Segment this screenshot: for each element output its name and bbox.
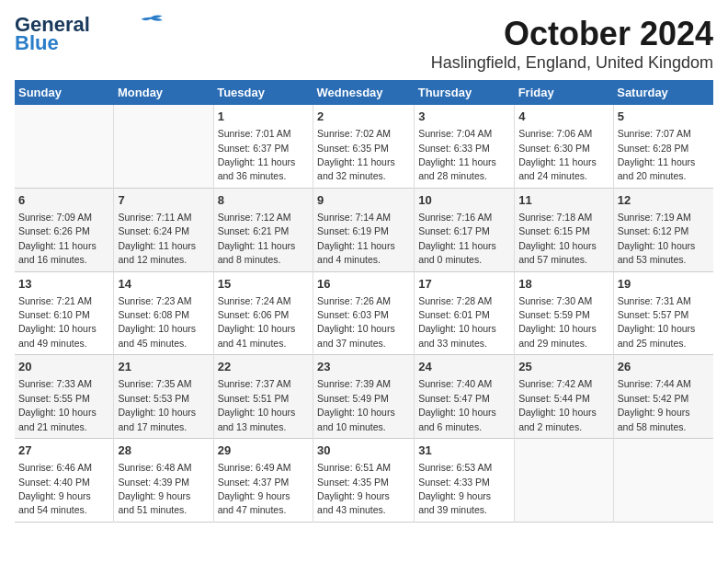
day-number: 26 bbox=[618, 359, 710, 375]
day-info: Sunrise: 7:18 AM Sunset: 6:15 PM Dayligh… bbox=[518, 212, 597, 265]
column-header-wednesday: Wednesday bbox=[313, 80, 415, 105]
calendar-cell: 4Sunrise: 7:06 AM Sunset: 6:30 PM Daylig… bbox=[515, 105, 614, 188]
calendar-cell: 31Sunrise: 6:53 AM Sunset: 4:33 PM Dayli… bbox=[415, 439, 515, 523]
day-info: Sunrise: 7:01 AM Sunset: 6:37 PM Dayligh… bbox=[218, 128, 296, 181]
day-info: Sunrise: 7:02 AM Sunset: 6:35 PM Dayligh… bbox=[317, 128, 395, 181]
calendar-cell: 8Sunrise: 7:12 AM Sunset: 6:21 PM Daylig… bbox=[213, 188, 313, 271]
calendar-cell: 9Sunrise: 7:14 AM Sunset: 6:19 PM Daylig… bbox=[313, 188, 415, 271]
day-info: Sunrise: 6:53 AM Sunset: 4:33 PM Dayligh… bbox=[418, 462, 492, 515]
day-number: 10 bbox=[418, 192, 510, 209]
calendar-cell: 3Sunrise: 7:04 AM Sunset: 6:33 PM Daylig… bbox=[415, 105, 515, 188]
calendar-cell bbox=[15, 105, 114, 188]
calendar-cell bbox=[613, 439, 713, 523]
day-info: Sunrise: 7:24 AM Sunset: 6:06 PM Dayligh… bbox=[218, 295, 296, 349]
calendar-cell: 26Sunrise: 7:44 AM Sunset: 5:42 PM Dayli… bbox=[613, 355, 713, 439]
day-number: 2 bbox=[317, 109, 410, 125]
day-number: 11 bbox=[518, 192, 609, 209]
day-info: Sunrise: 7:44 AM Sunset: 5:42 PM Dayligh… bbox=[618, 378, 691, 431]
day-number: 31 bbox=[418, 442, 510, 459]
column-header-sunday: Sunday bbox=[15, 80, 114, 105]
day-info: Sunrise: 6:48 AM Sunset: 4:39 PM Dayligh… bbox=[118, 462, 191, 515]
day-number: 14 bbox=[118, 276, 209, 293]
day-info: Sunrise: 7:16 AM Sunset: 6:17 PM Dayligh… bbox=[418, 212, 496, 265]
day-number: 28 bbox=[118, 442, 209, 459]
day-info: Sunrise: 7:42 AM Sunset: 5:44 PM Dayligh… bbox=[518, 378, 597, 431]
calendar-cell: 14Sunrise: 7:23 AM Sunset: 6:08 PM Dayli… bbox=[114, 271, 213, 355]
day-number: 20 bbox=[18, 359, 109, 375]
calendar-cell: 12Sunrise: 7:19 AM Sunset: 6:12 PM Dayli… bbox=[613, 188, 713, 271]
day-info: Sunrise: 7:11 AM Sunset: 6:24 PM Dayligh… bbox=[118, 212, 196, 265]
day-number: 3 bbox=[418, 109, 510, 125]
day-info: Sunrise: 7:07 AM Sunset: 6:28 PM Dayligh… bbox=[618, 128, 696, 181]
calendar-cell: 29Sunrise: 6:49 AM Sunset: 4:37 PM Dayli… bbox=[213, 439, 313, 523]
day-info: Sunrise: 7:12 AM Sunset: 6:21 PM Dayligh… bbox=[218, 212, 296, 265]
day-number: 29 bbox=[218, 442, 309, 459]
day-info: Sunrise: 7:09 AM Sunset: 6:26 PM Dayligh… bbox=[18, 212, 97, 265]
day-info: Sunrise: 7:04 AM Sunset: 6:33 PM Dayligh… bbox=[418, 128, 496, 181]
day-info: Sunrise: 7:19 AM Sunset: 6:12 PM Dayligh… bbox=[618, 212, 696, 265]
calendar-cell: 21Sunrise: 7:35 AM Sunset: 5:53 PM Dayli… bbox=[114, 355, 213, 439]
day-number: 24 bbox=[418, 359, 510, 375]
location-title: Haslingfield, England, United Kingdom bbox=[431, 53, 713, 73]
calendar-cell: 15Sunrise: 7:24 AM Sunset: 6:06 PM Dayli… bbox=[213, 271, 313, 355]
day-info: Sunrise: 7:26 AM Sunset: 6:03 PM Dayligh… bbox=[317, 295, 395, 349]
page-header: General Blue October 2024 Haslingfield, … bbox=[15, 15, 713, 73]
day-number: 9 bbox=[317, 192, 410, 209]
day-info: Sunrise: 7:28 AM Sunset: 6:01 PM Dayligh… bbox=[418, 295, 496, 349]
day-number: 1 bbox=[218, 109, 309, 125]
day-number: 19 bbox=[618, 276, 710, 293]
day-number: 18 bbox=[518, 276, 609, 293]
day-number: 13 bbox=[18, 276, 109, 293]
calendar-cell: 7Sunrise: 7:11 AM Sunset: 6:24 PM Daylig… bbox=[114, 188, 213, 271]
calendar-cell: 19Sunrise: 7:31 AM Sunset: 5:57 PM Dayli… bbox=[613, 271, 713, 355]
day-info: Sunrise: 6:46 AM Sunset: 4:40 PM Dayligh… bbox=[18, 462, 92, 515]
week-row-3: 13Sunrise: 7:21 AM Sunset: 6:10 PM Dayli… bbox=[15, 271, 713, 355]
calendar-cell: 11Sunrise: 7:18 AM Sunset: 6:15 PM Dayli… bbox=[515, 188, 614, 271]
calendar-cell: 13Sunrise: 7:21 AM Sunset: 6:10 PM Dayli… bbox=[15, 271, 114, 355]
logo-bird-icon bbox=[138, 13, 164, 31]
column-header-thursday: Thursday bbox=[415, 80, 515, 105]
calendar-table: SundayMondayTuesdayWednesdayThursdayFrid… bbox=[15, 80, 713, 523]
day-info: Sunrise: 7:39 AM Sunset: 5:49 PM Dayligh… bbox=[317, 378, 395, 431]
calendar-cell: 16Sunrise: 7:26 AM Sunset: 6:03 PM Dayli… bbox=[313, 271, 415, 355]
calendar-cell: 2Sunrise: 7:02 AM Sunset: 6:35 PM Daylig… bbox=[313, 105, 415, 188]
day-info: Sunrise: 7:35 AM Sunset: 5:53 PM Dayligh… bbox=[118, 378, 196, 431]
day-info: Sunrise: 7:23 AM Sunset: 6:08 PM Dayligh… bbox=[118, 295, 196, 349]
day-info: Sunrise: 7:40 AM Sunset: 5:47 PM Dayligh… bbox=[418, 378, 496, 431]
day-info: Sunrise: 7:14 AM Sunset: 6:19 PM Dayligh… bbox=[317, 212, 395, 265]
calendar-cell bbox=[114, 105, 213, 188]
calendar-header-row: SundayMondayTuesdayWednesdayThursdayFrid… bbox=[15, 80, 713, 105]
day-info: Sunrise: 7:33 AM Sunset: 5:55 PM Dayligh… bbox=[18, 378, 97, 431]
week-row-4: 20Sunrise: 7:33 AM Sunset: 5:55 PM Dayli… bbox=[15, 355, 713, 439]
month-title: October 2024 bbox=[431, 15, 713, 53]
column-header-saturday: Saturday bbox=[613, 80, 713, 105]
day-number: 17 bbox=[418, 276, 510, 293]
calendar-cell: 20Sunrise: 7:33 AM Sunset: 5:55 PM Dayli… bbox=[15, 355, 114, 439]
day-info: Sunrise: 6:51 AM Sunset: 4:35 PM Dayligh… bbox=[317, 462, 391, 515]
week-row-5: 27Sunrise: 6:46 AM Sunset: 4:40 PM Dayli… bbox=[15, 439, 713, 523]
calendar-cell: 27Sunrise: 6:46 AM Sunset: 4:40 PM Dayli… bbox=[15, 439, 114, 523]
calendar-cell: 6Sunrise: 7:09 AM Sunset: 6:26 PM Daylig… bbox=[15, 188, 114, 271]
day-info: Sunrise: 7:30 AM Sunset: 5:59 PM Dayligh… bbox=[518, 295, 597, 349]
calendar-cell: 25Sunrise: 7:42 AM Sunset: 5:44 PM Dayli… bbox=[515, 355, 614, 439]
day-number: 15 bbox=[218, 276, 309, 293]
day-number: 8 bbox=[218, 192, 309, 209]
day-info: Sunrise: 7:37 AM Sunset: 5:51 PM Dayligh… bbox=[218, 378, 296, 431]
calendar-cell: 22Sunrise: 7:37 AM Sunset: 5:51 PM Dayli… bbox=[213, 355, 313, 439]
calendar-cell: 5Sunrise: 7:07 AM Sunset: 6:28 PM Daylig… bbox=[613, 105, 713, 188]
logo: General Blue bbox=[15, 15, 164, 53]
calendar-cell bbox=[515, 439, 614, 523]
day-info: Sunrise: 7:31 AM Sunset: 5:57 PM Dayligh… bbox=[618, 295, 696, 349]
day-number: 30 bbox=[317, 442, 410, 459]
day-number: 4 bbox=[518, 109, 609, 125]
calendar-cell: 18Sunrise: 7:30 AM Sunset: 5:59 PM Dayli… bbox=[515, 271, 614, 355]
day-number: 22 bbox=[218, 359, 309, 375]
day-number: 27 bbox=[18, 442, 109, 459]
day-number: 5 bbox=[618, 109, 710, 125]
week-row-2: 6Sunrise: 7:09 AM Sunset: 6:26 PM Daylig… bbox=[15, 188, 713, 271]
logo-subtext: Blue bbox=[15, 33, 59, 53]
calendar-cell: 24Sunrise: 7:40 AM Sunset: 5:47 PM Dayli… bbox=[415, 355, 515, 439]
calendar-cell: 30Sunrise: 6:51 AM Sunset: 4:35 PM Dayli… bbox=[313, 439, 415, 523]
day-info: Sunrise: 7:21 AM Sunset: 6:10 PM Dayligh… bbox=[18, 295, 97, 349]
column-header-tuesday: Tuesday bbox=[213, 80, 313, 105]
